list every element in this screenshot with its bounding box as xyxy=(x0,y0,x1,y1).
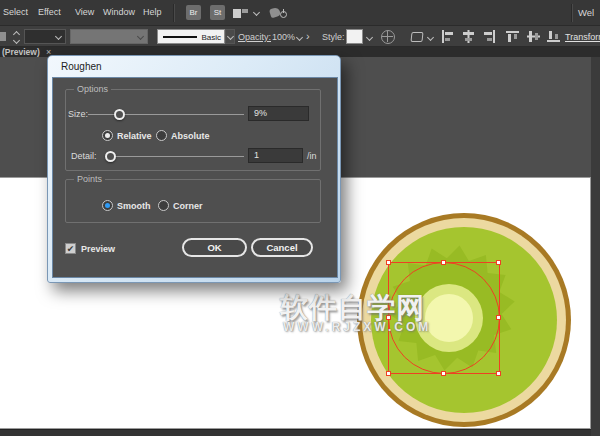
corner-radio[interactable] xyxy=(158,200,169,211)
stroke-weight-dropdown[interactable] xyxy=(24,29,66,44)
points-group-label: Points xyxy=(74,174,105,184)
selection-handle-sw[interactable] xyxy=(386,371,391,376)
valign-bottom-icon[interactable] xyxy=(547,30,560,43)
options-group-label: Options xyxy=(74,84,111,94)
document-tab[interactable]: (Preview) xyxy=(2,47,40,57)
menu-view[interactable]: View xyxy=(75,7,94,17)
pasteboard-right xyxy=(591,57,600,436)
cancel-button[interactable]: Cancel xyxy=(251,238,313,257)
brush-definition-dropdown[interactable] xyxy=(70,29,148,44)
menu-divider xyxy=(173,4,174,22)
stock-button[interactable]: St xyxy=(210,5,225,20)
opacity-value[interactable]: 100% xyxy=(272,32,295,42)
size-slider-track[interactable] xyxy=(88,114,244,115)
valign-top-icon[interactable] xyxy=(506,30,519,43)
chevron-down-icon[interactable] xyxy=(366,34,373,41)
chevron-down-icon xyxy=(427,34,434,41)
transform-link[interactable]: Transform xyxy=(565,32,600,42)
detail-label: Detail: xyxy=(71,151,97,161)
menu-bar: Select Effect View Window Help Br St Wel xyxy=(0,0,600,26)
style-link[interactable]: Style: xyxy=(322,32,345,42)
align-left-icon[interactable] xyxy=(441,30,454,43)
relative-radio-label[interactable]: Relative xyxy=(117,131,152,141)
stroke-icon xyxy=(0,32,6,41)
workspace-label[interactable]: Wel xyxy=(578,7,594,18)
detail-slider-handle[interactable] xyxy=(105,151,116,162)
selection-handle-nw[interactable] xyxy=(386,260,391,265)
overflow-button[interactable]: › xyxy=(306,30,310,42)
watermark-url: WWW.RJZXW.COM xyxy=(283,320,431,334)
selection-handle-s[interactable] xyxy=(441,371,446,376)
stroke-style-dropdown[interactable]: Basic xyxy=(157,29,225,44)
chevron-down-icon xyxy=(227,33,234,40)
absolute-radio[interactable] xyxy=(156,130,167,141)
align-right-icon[interactable] xyxy=(483,30,496,43)
detail-unit-label: /in xyxy=(307,151,317,161)
chevron-down-icon xyxy=(253,9,260,16)
preview-checkbox[interactable]: ✔ xyxy=(65,243,76,254)
preview-checkbox-label[interactable]: Preview xyxy=(81,244,115,254)
detail-slider-track[interactable] xyxy=(106,156,244,157)
align-center-icon[interactable] xyxy=(462,30,475,43)
size-value-input[interactable]: 9% xyxy=(248,106,309,121)
bridge-button[interactable]: Br xyxy=(186,5,201,20)
size-label: Size: xyxy=(68,109,88,119)
stroke-style-chevron[interactable] xyxy=(225,29,235,44)
chevron-down-icon xyxy=(55,33,62,40)
control-bar: Basic Opacity: 100% › Style: Transform xyxy=(0,26,600,47)
stroke-preview-line xyxy=(163,36,197,38)
absolute-radio-label[interactable]: Absolute xyxy=(171,131,210,141)
detail-value-input[interactable]: 1 xyxy=(248,148,303,163)
dialog-title: Roughen xyxy=(61,61,102,72)
pasteboard-bottom xyxy=(0,429,591,436)
menu-effect[interactable]: Effect xyxy=(38,7,61,17)
selection-handle-ne[interactable] xyxy=(496,260,501,265)
menu-select[interactable]: Select xyxy=(3,7,28,17)
smooth-radio[interactable] xyxy=(102,200,113,211)
menu-window[interactable]: Window xyxy=(103,7,135,17)
opacity-link[interactable]: Opacity: xyxy=(238,32,271,42)
selection-handle-e[interactable] xyxy=(496,315,501,320)
relative-radio[interactable] xyxy=(102,130,113,141)
menu-divider-right xyxy=(571,4,572,22)
stroke-style-label: Basic xyxy=(201,33,221,42)
chevron-down-icon xyxy=(137,33,144,40)
roughen-dialog[interactable]: Roughen Options Size: 9% Relative Absolu… xyxy=(47,55,341,283)
valign-middle-icon[interactable] xyxy=(527,30,540,43)
chevron-down-icon[interactable] xyxy=(296,34,303,41)
corner-radio-label[interactable]: Corner xyxy=(173,201,203,211)
size-slider-handle[interactable] xyxy=(114,109,125,120)
selection-handle-n[interactable] xyxy=(441,260,446,265)
selection-handle-se[interactable] xyxy=(496,371,501,376)
style-swatch[interactable] xyxy=(346,29,363,44)
smooth-radio-label[interactable]: Smooth xyxy=(117,201,151,211)
ok-button[interactable]: OK xyxy=(182,238,247,257)
menu-help[interactable]: Help xyxy=(143,7,162,17)
document-setup-icon[interactable] xyxy=(381,30,395,44)
